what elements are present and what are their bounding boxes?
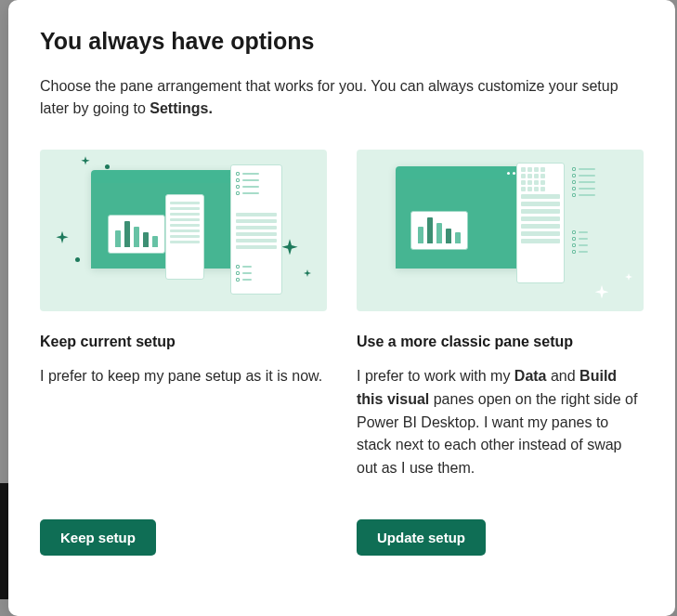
- bar-chart-icon: [108, 215, 165, 254]
- sparkle-icon: [302, 269, 313, 280]
- option-keep-description: I prefer to keep my pane setup as it is …: [40, 365, 327, 480]
- option-classic-title: Use a more classic pane setup: [357, 334, 644, 350]
- app-window-icon: [396, 166, 526, 269]
- button-row: Keep setup: [40, 519, 327, 556]
- window-titlebar-icon: [91, 170, 249, 183]
- sparkle-icon: [79, 155, 92, 168]
- update-setup-button[interactable]: Update setup: [357, 519, 486, 556]
- right-panel-icon: [570, 163, 615, 283]
- sparkle-icon: [623, 272, 634, 283]
- option-classic-setup: Use a more classic pane setup I prefer t…: [357, 150, 644, 556]
- sparkle-dot-icon: [75, 257, 80, 262]
- dialog-subtitle: Choose the pane arrangement that works f…: [40, 75, 644, 120]
- background-app-edge: [0, 483, 8, 599]
- option-classic-description: I prefer to work with my Data and Build …: [357, 365, 644, 480]
- dialog-title: You always have options: [40, 28, 644, 55]
- sparkle-icon: [53, 229, 72, 248]
- desc-text: and: [547, 368, 580, 384]
- keep-setup-button[interactable]: Keep setup: [40, 519, 156, 556]
- sparkle-icon: [592, 283, 612, 304]
- desc-text: I prefer to work with my: [357, 368, 514, 384]
- button-row: Update setup: [357, 519, 644, 556]
- side-panel-icon: [230, 164, 282, 295]
- keep-setup-illustration: [40, 150, 327, 311]
- bar-chart-icon: [410, 211, 468, 250]
- subtitle-text: Choose the pane arrangement that works f…: [40, 78, 618, 116]
- classic-setup-illustration: [357, 150, 644, 311]
- subtitle-settings-bold: Settings.: [150, 100, 213, 116]
- floating-panel-icon: [165, 194, 204, 280]
- option-keep-title: Keep current setup: [40, 334, 327, 350]
- pane-options-dialog: You always have options Choose the pane …: [8, 0, 675, 616]
- window-titlebar-icon: [396, 166, 526, 179]
- middle-panel-icon: [516, 163, 565, 283]
- sparkle-dot-icon: [105, 164, 110, 169]
- option-keep-current: Keep current setup I prefer to keep my p…: [40, 150, 327, 556]
- options-row: Keep current setup I prefer to keep my p…: [40, 150, 644, 556]
- desc-data-bold: Data: [514, 368, 547, 384]
